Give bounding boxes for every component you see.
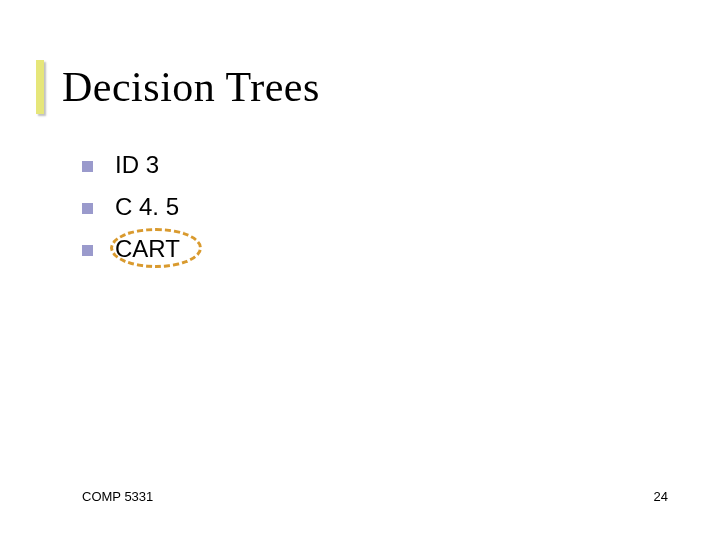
bullet-text: ID 3 bbox=[115, 151, 159, 179]
bullet-text: C 4. 5 bbox=[115, 193, 179, 221]
bullet-icon bbox=[82, 203, 93, 214]
bullet-list: ID 3 C 4. 5 CART bbox=[82, 148, 180, 274]
slide: Decision Trees ID 3 C 4. 5 CART COMP 533… bbox=[0, 0, 720, 540]
footer-page-number: 24 bbox=[654, 489, 668, 504]
bullet-text: CART bbox=[115, 235, 180, 263]
list-item: C 4. 5 bbox=[82, 190, 180, 224]
bullet-icon bbox=[82, 161, 93, 172]
list-item: CART bbox=[82, 232, 180, 266]
title-area: Decision Trees bbox=[36, 60, 320, 114]
accent-bar bbox=[36, 60, 44, 114]
bullet-icon bbox=[82, 245, 93, 256]
slide-title: Decision Trees bbox=[62, 63, 320, 111]
footer-course-code: COMP 5331 bbox=[82, 489, 153, 504]
list-item: ID 3 bbox=[82, 148, 180, 182]
